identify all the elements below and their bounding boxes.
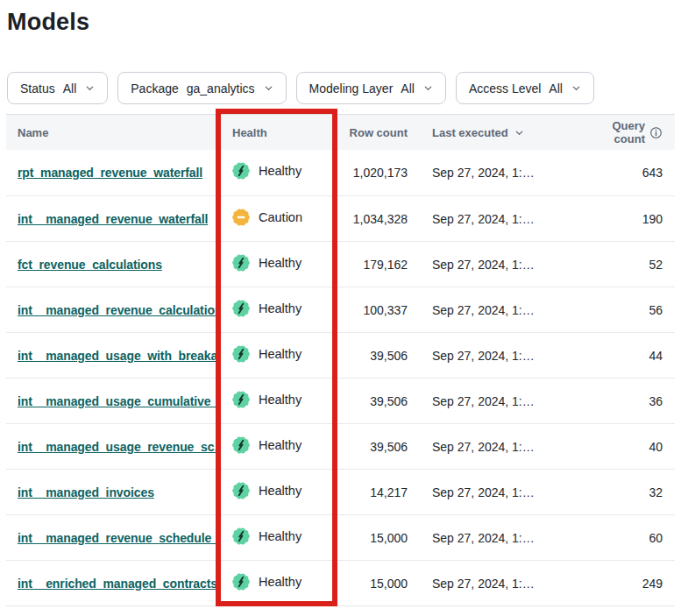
health-label: Healthy	[259, 256, 301, 270]
health-label: Healthy	[259, 529, 301, 543]
filter-value: All	[63, 81, 77, 96]
query-count-cell: 643	[582, 166, 675, 180]
filter-package[interactable]: Package ga_analytics	[117, 72, 286, 104]
health-badge: Caution	[232, 209, 302, 226]
model-link[interactable]: int__managed_invoices	[18, 485, 154, 499]
filter-value: ga_analytics	[187, 81, 255, 96]
query-count-cell: 32	[582, 485, 675, 499]
last-executed-cell: Sep 27, 2024, 1:…	[420, 258, 582, 272]
model-link[interactable]: int__managed_revenue_schedule_…	[18, 531, 216, 545]
health-label: Healthy	[259, 438, 301, 452]
model-name-cell: int__managed_usage_revenue_sc…	[6, 439, 216, 455]
model-link[interactable]: int__managed_usage_cumulative_…	[18, 394, 216, 408]
row-count-cell: 1,020,173	[337, 166, 420, 180]
model-link[interactable]: int__enriched_managed_contracts	[18, 577, 216, 591]
filter-label: Access Level	[469, 81, 541, 96]
filter-status[interactable]: Status All	[7, 72, 108, 104]
filter-value: All	[401, 81, 415, 96]
chevron-down-icon	[264, 83, 273, 93]
health-label: Caution	[259, 210, 302, 224]
health-cell: Healthy	[216, 573, 337, 594]
model-link[interactable]: fct_revenue_calculations	[18, 258, 162, 272]
last-executed-cell: Sep 27, 2024, 1:…	[420, 531, 582, 545]
health-healthy-icon	[232, 527, 250, 545]
info-icon[interactable]	[649, 126, 663, 139]
health-label: Healthy	[259, 575, 301, 589]
model-name-cell: int__managed_invoices	[6, 485, 216, 500]
model-link[interactable]: rpt_managed_revenue_waterfall	[18, 166, 202, 180]
table-row: int__managed_usage_revenue_sc…Healthy39,…	[6, 423, 675, 469]
model-name-cell: int__enriched_managed_contracts	[6, 576, 216, 591]
health-label: Healthy	[259, 164, 301, 178]
model-link[interactable]: int__managed_usage_revenue_sc…	[18, 440, 216, 454]
health-label: Healthy	[259, 301, 301, 315]
health-badge: Healthy	[232, 573, 301, 591]
table-row: int__managed_revenue_waterfallCaution1,0…	[6, 195, 675, 241]
table-row: int__managed_usage_with_breaka…Healthy39…	[6, 332, 675, 378]
last-executed-cell: Sep 27, 2024, 1:…	[420, 303, 582, 317]
table-row: fct_revenue_calculationsHealthy179,162Se…	[6, 241, 675, 287]
health-label: Healthy	[259, 484, 301, 498]
health-cell: Healthy	[216, 436, 337, 457]
table-row: int__managed_revenue_calculationsHealthy…	[6, 287, 675, 332]
health-healthy-icon	[232, 436, 250, 454]
filter-access-level[interactable]: Access Level All	[456, 72, 594, 104]
health-healthy-icon	[232, 482, 250, 499]
query-count-cell: 36	[582, 394, 675, 408]
health-cell: Healthy	[216, 527, 337, 549]
model-link[interactable]: int__managed_revenue_calculations	[18, 303, 216, 317]
row-count-cell: 14,217	[337, 485, 420, 499]
chevron-down-icon	[85, 83, 95, 93]
last-executed-cell: Sep 27, 2024, 1:…	[420, 440, 582, 454]
last-executed-cell: Sep 27, 2024, 1:…	[420, 166, 582, 180]
model-name-cell: int__managed_revenue_waterfall	[6, 211, 216, 227]
row-count-cell: 39,506	[337, 349, 420, 363]
column-header-last-executed-label: Last executed	[432, 126, 508, 139]
filter-bar: Status All Package ga_analytics Modeling…	[7, 72, 674, 104]
health-healthy-icon	[232, 300, 250, 317]
query-count-cell: 60	[582, 531, 675, 545]
query-count-cell: 44	[582, 349, 675, 363]
filter-label: Modeling Layer	[309, 81, 394, 96]
sort-chevron-icon	[514, 128, 524, 138]
column-header-name: Name	[6, 126, 216, 139]
model-name-cell: int__managed_usage_cumulative_…	[6, 393, 216, 409]
table-row: int__managed_usage_cumulative_…Healthy39…	[6, 378, 675, 423]
health-cell: Healthy	[216, 162, 337, 183]
column-header-health: Health	[216, 126, 337, 139]
models-table: Name Health Row count Last executed Quer…	[6, 114, 675, 606]
last-executed-cell: Sep 27, 2024, 1:…	[420, 349, 582, 363]
filter-value: All	[549, 81, 563, 96]
model-name-cell: fct_revenue_calculations	[6, 257, 216, 273]
table-row: int__managed_revenue_schedule_…Healthy15…	[6, 514, 675, 560]
row-count-cell: 15,000	[337, 531, 420, 545]
health-cell: Healthy	[216, 300, 337, 321]
last-executed-cell: Sep 27, 2024, 1:…	[420, 212, 582, 226]
health-badge: Healthy	[232, 162, 301, 180]
model-name-cell: int__managed_revenue_calculations	[6, 302, 216, 318]
query-count-cell: 249	[582, 577, 675, 591]
table-row: int__enriched_managed_contractsHealthy15…	[6, 560, 675, 605]
filter-modeling-layer[interactable]: Modeling Layer All	[296, 72, 446, 104]
health-cell: Healthy	[216, 254, 337, 275]
query-count-cell: 40	[582, 440, 675, 454]
model-name-cell: int__managed_revenue_schedule_…	[6, 530, 216, 546]
health-healthy-icon	[232, 254, 250, 272]
table-row: rpt_managed_revenue_waterfallHealthy1,02…	[6, 150, 675, 195]
column-header-last-executed[interactable]: Last executed	[420, 126, 582, 139]
health-badge: Healthy	[232, 254, 301, 272]
health-healthy-icon	[232, 162, 250, 180]
health-cell: Healthy	[216, 345, 337, 366]
health-label: Healthy	[259, 347, 301, 361]
health-caution-icon	[232, 209, 250, 226]
query-count-cell: 56	[582, 303, 675, 317]
model-link[interactable]: int__managed_revenue_waterfall	[18, 212, 208, 226]
row-count-cell: 39,506	[337, 440, 420, 454]
model-link[interactable]: int__managed_usage_with_breaka…	[18, 349, 216, 363]
health-badge: Healthy	[232, 345, 301, 363]
model-name-cell: rpt_managed_revenue_waterfall	[6, 165, 216, 181]
chevron-down-icon	[571, 83, 581, 93]
column-header-row-count: Row count	[337, 126, 420, 139]
health-cell: Healthy	[216, 391, 337, 412]
health-cell: Caution	[216, 209, 337, 230]
